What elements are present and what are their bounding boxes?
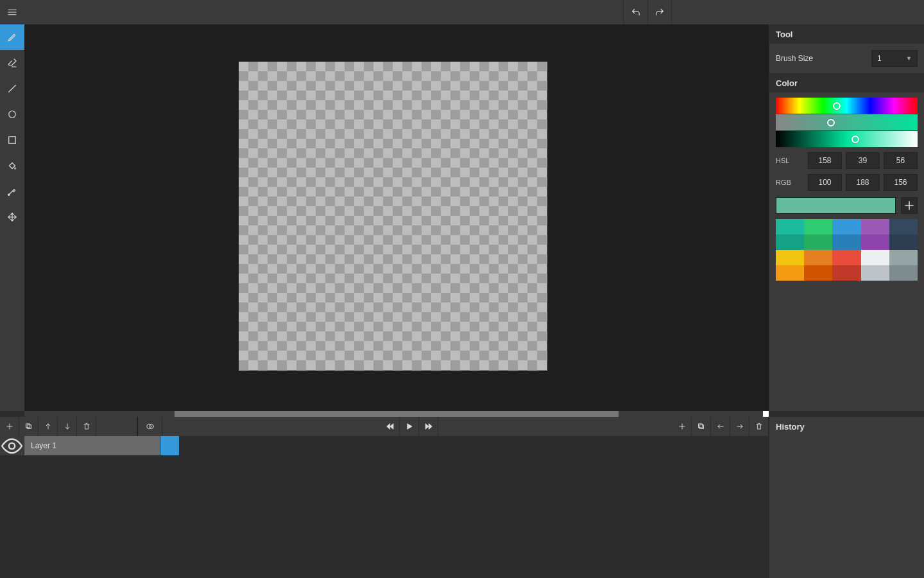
history-panel-header: History (769, 417, 924, 436)
rgb-r-input[interactable] (808, 174, 842, 191)
svg-point-33 (9, 442, 15, 448)
eye-icon (0, 434, 24, 458)
palette-swatch[interactable] (776, 219, 804, 234)
layer-down-button[interactable] (58, 417, 77, 436)
palette-swatch[interactable] (804, 219, 832, 234)
duplicate-layer-button[interactable] (19, 417, 38, 436)
pencil-icon (6, 31, 18, 43)
brush-size-select[interactable]: 1 ▼ (871, 50, 918, 67)
fast-forward-icon (424, 422, 433, 431)
eyedropper-tool[interactable] (0, 179, 24, 204)
duplicate-frame-button[interactable] (692, 417, 711, 436)
layer-up-button[interactable] (38, 417, 58, 436)
canvas[interactable] (239, 62, 547, 371)
playback-controls (381, 417, 438, 436)
play-icon (405, 422, 414, 431)
saturation-slider[interactable] (776, 114, 918, 130)
circle-tool[interactable] (0, 101, 24, 127)
eraser-icon (6, 57, 18, 69)
redo-icon (654, 6, 665, 18)
palette-swatch[interactable] (776, 265, 804, 281)
arrow-right-icon (735, 422, 744, 431)
arrow-up-icon (44, 422, 53, 431)
rectangle-tool[interactable] (0, 127, 24, 153)
hue-slider[interactable] (776, 98, 918, 114)
arrow-down-icon (63, 422, 72, 431)
square-icon (6, 134, 18, 146)
rgb-g-input[interactable] (846, 174, 880, 191)
hscroll-track[interactable] (24, 411, 769, 417)
color-panel-header: Color (769, 73, 924, 92)
saturation-slider-knob[interactable] (827, 119, 835, 127)
frame-cell-active[interactable] (160, 436, 180, 455)
pencil-tool[interactable] (0, 24, 24, 50)
svg-marker-24 (425, 424, 429, 429)
fast-forward-button[interactable] (419, 417, 438, 436)
frame-track[interactable] (180, 436, 769, 455)
rgb-label: RGB (776, 179, 804, 186)
frame-right-button[interactable] (730, 417, 749, 436)
layer-name[interactable]: Layer 1 (24, 436, 160, 455)
palette-swatch[interactable] (804, 265, 832, 281)
redo-button[interactable] (647, 0, 672, 24)
move-icon (6, 211, 18, 223)
svg-rect-15 (26, 424, 30, 428)
svg-line-4 (9, 85, 16, 92)
play-button[interactable] (400, 417, 419, 436)
line-tool[interactable] (0, 76, 24, 101)
rgb-b-input[interactable] (884, 174, 918, 191)
palette-swatch[interactable] (804, 250, 832, 265)
hsl-label: HSL (776, 157, 804, 164)
palette-swatch[interactable] (889, 250, 918, 265)
layer-visibility-toggle[interactable] (0, 436, 24, 455)
palette-swatch[interactable] (832, 234, 860, 250)
palette-swatch[interactable] (861, 250, 889, 265)
hsl-h-input[interactable] (808, 152, 842, 169)
palette-swatch[interactable] (889, 265, 918, 281)
duplicate-icon (24, 422, 33, 431)
bucket-icon (6, 160, 18, 171)
rewind-button[interactable] (381, 417, 400, 436)
palette-swatch[interactable] (889, 219, 918, 234)
hue-slider-knob[interactable] (833, 102, 841, 110)
onion-skin-icon (146, 422, 155, 431)
palette-swatch[interactable] (861, 234, 889, 250)
plus-icon (678, 422, 687, 431)
palette-swatch[interactable] (889, 234, 918, 250)
current-color-swatch (776, 197, 896, 214)
palette-swatch[interactable] (861, 265, 889, 281)
lightness-slider[interactable] (776, 131, 918, 147)
palette-swatch[interactable] (776, 250, 804, 265)
undo-button[interactable] (623, 0, 647, 24)
palette-swatch[interactable] (804, 234, 832, 250)
hsl-s-input[interactable] (846, 152, 880, 169)
trash-icon (82, 422, 91, 431)
palette-swatch[interactable] (832, 250, 860, 265)
add-frame-button[interactable] (672, 417, 692, 436)
palette-swatch[interactable] (832, 219, 860, 234)
brush-size-value: 1 (877, 54, 882, 63)
palette-grid (776, 219, 918, 281)
right-panel: Tool Brush Size 1 ▼ Color HSL RGB (769, 24, 924, 411)
hamburger-icon (6, 6, 18, 18)
duplicate-icon (697, 422, 706, 431)
hsl-l-input[interactable] (884, 152, 918, 169)
svg-rect-29 (698, 424, 702, 428)
delete-layer-button[interactable] (77, 417, 96, 436)
hscroll-thumb[interactable] (175, 411, 619, 417)
palette-swatch[interactable] (776, 234, 804, 250)
circle-icon (6, 109, 18, 120)
frame-left-button[interactable] (711, 417, 730, 436)
delete-frame-button[interactable] (749, 417, 769, 436)
move-tool[interactable] (0, 204, 24, 230)
add-swatch-button[interactable] (901, 197, 918, 214)
add-layer-button[interactable] (0, 417, 19, 436)
menu-button[interactable] (0, 0, 24, 24)
onion-skin-button[interactable] (138, 417, 162, 436)
lightness-slider-knob[interactable] (851, 136, 859, 143)
bucket-tool[interactable] (0, 153, 24, 179)
palette-swatch[interactable] (861, 219, 889, 234)
palette-swatch[interactable] (832, 265, 860, 281)
eraser-tool[interactable] (0, 50, 24, 76)
arrow-left-icon (716, 422, 725, 431)
